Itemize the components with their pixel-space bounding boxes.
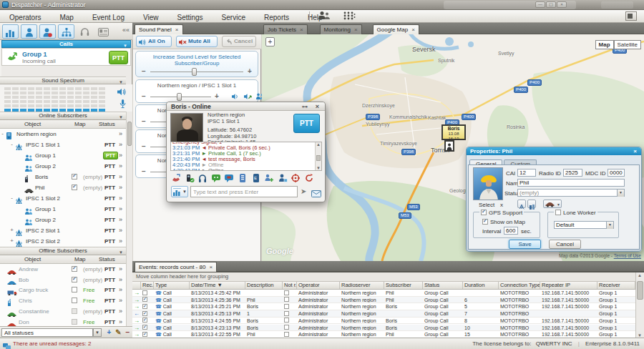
- speaker-icon[interactable]: [117, 86, 127, 99]
- column-operator[interactable]: Operator: [297, 282, 340, 289]
- record-checkbox[interactable]: [142, 325, 147, 330]
- offline-item-andrew[interactable]: Andrew(empty)PTT»: [0, 264, 126, 275]
- expand-node-icon[interactable]: +: [9, 237, 14, 244]
- volume-down-icon[interactable]: −: [142, 67, 146, 75]
- column-arrow[interactable]: [132, 282, 141, 289]
- actions-chevron-icon[interactable]: »: [119, 216, 122, 223]
- scrollbar-thumb[interactable]: [637, 281, 643, 300]
- actions-chevron-icon[interactable]: »: [119, 162, 122, 169]
- map-checkbox[interactable]: [72, 287, 77, 293]
- sidebar-scrollbar[interactable]: [126, 112, 132, 349]
- master-volume-slider[interactable]: − +: [142, 67, 253, 76]
- offline-columns-header[interactable]: ObjectMapStatus: [0, 255, 126, 264]
- pin-icon[interactable]: ⊶: [302, 104, 308, 110]
- call-log[interactable]: Emergency Signal, 13:21:03 PM ◄ Private …: [170, 142, 322, 171]
- antenna-icon[interactable]: [517, 200, 526, 208]
- close-icon[interactable]: ×: [175, 26, 179, 33]
- tab-job-tickets[interactable]: Job Tickets×: [263, 24, 308, 34]
- voice-call-icon[interactable]: [171, 173, 181, 183]
- title-bar[interactable]: Dispatcher - Administrator — ▢ ×: [0, 0, 644, 10]
- actions-chevron-icon[interactable]: »: [119, 276, 122, 283]
- column-radioserver[interactable]: Radioserver: [340, 282, 384, 289]
- not-read-checkbox[interactable]: [284, 297, 289, 302]
- scrollbar-thumb[interactable]: [127, 122, 132, 146]
- tree-item-group-2[interactable]: Group 2PTT»: [0, 161, 126, 172]
- slider-thumb[interactable]: [177, 93, 182, 101]
- column-map[interactable]: Map: [74, 121, 86, 127]
- tree-item-ipsc-1-slot-1[interactable]: -IPSC 1 Slot 1PTT»: [0, 139, 126, 150]
- ptt-button[interactable]: PTT: [104, 217, 115, 223]
- ptt-button[interactable]: PTT: [104, 319, 115, 325]
- subscriber-card-icon[interactable]: [278, 173, 288, 183]
- menu-map[interactable]: Map: [50, 11, 82, 24]
- ptt-button[interactable]: PTT: [104, 277, 115, 283]
- tree-item-phil[interactable]: Phil(empty)PTT»: [0, 182, 126, 193]
- voice-message-icon[interactable]: [211, 173, 221, 183]
- menu-settings[interactable]: Settings: [167, 11, 212, 24]
- chevron-down-icon[interactable]: ▼: [617, 190, 624, 197]
- not-read-checkbox[interactable]: [284, 332, 289, 337]
- radio-id-field[interactable]: 2525: [563, 169, 582, 177]
- scroll-up-icon[interactable]: ▲: [638, 273, 642, 277]
- log-scrollbar[interactable]: ▲ ▼: [315, 142, 321, 170]
- column-object[interactable]: Object: [24, 121, 41, 127]
- column-type[interactable]: Type: [154, 282, 190, 289]
- column-description[interactable]: Description: [245, 282, 283, 289]
- operator-icon[interactable]: [21, 24, 37, 39]
- column-date-time[interactable]: Date/Time ▼: [190, 282, 245, 289]
- column-not-r[interactable]: Not r...: [283, 282, 297, 289]
- ptt-button[interactable]: PTT: [104, 287, 115, 293]
- collapse-node-icon[interactable]: -: [0, 130, 5, 137]
- online-subscribers-header[interactable]: Online Subscribers▼: [0, 112, 126, 120]
- ptt-button[interactable]: PTT: [109, 51, 128, 64]
- menu-view[interactable]: View: [134, 11, 168, 24]
- ptt-button[interactable]: PTT: [103, 152, 118, 159]
- map-checkbox[interactable]: [72, 174, 77, 180]
- grouping-hint-bar[interactable]: Move column header here for grouping: [132, 272, 635, 282]
- restore-icon[interactable]: ▢: [546, 1, 556, 8]
- tree-item-ipsc-2-slot-2[interactable]: +IPSC 2 Slot 2PTT»: [0, 236, 126, 247]
- menu-event-log[interactable]: Event Log: [83, 11, 134, 24]
- tree-item-ipsc-1-slot-2[interactable]: -IPSC 1 Slot 2PTT»: [0, 193, 126, 204]
- calls-panel-header[interactable]: Calls▼: [1, 40, 131, 48]
- column-status[interactable]: Status: [99, 256, 115, 262]
- ptt-button[interactable]: PTT: [104, 298, 115, 304]
- headphones-icon[interactable]: [77, 24, 93, 39]
- actions-chevron-icon[interactable]: »: [119, 318, 122, 325]
- profile-select[interactable]: Default▼: [554, 221, 614, 229]
- map-checkbox[interactable]: [72, 298, 77, 303]
- column-rec[interactable]: Rec...: [141, 282, 154, 289]
- actions-chevron-icon[interactable]: »: [119, 195, 122, 202]
- column-object[interactable]: Object: [24, 256, 41, 262]
- tree-item-group-1[interactable]: Group 1PTT»: [0, 204, 126, 215]
- event-row[interactable]: →☎ Call8/13/2013 4:25:21 PMBorisAdminist…: [132, 303, 635, 310]
- statuses-filter-select[interactable]: All statuses: [1, 328, 93, 337]
- map-checkbox[interactable]: [72, 185, 77, 190]
- edit-status-icon[interactable]: ✎: [114, 328, 123, 337]
- ptt-button[interactable]: PTT: [104, 238, 115, 245]
- tab-monitoring[interactable]: Monitoring×: [320, 24, 362, 34]
- chevron-down-icon[interactable]: ▼: [182, 190, 187, 194]
- status-select[interactable]: (empty)▼: [517, 189, 625, 197]
- ptt-button[interactable]: PTT: [104, 174, 115, 180]
- radio-status-icon[interactable]: [185, 173, 195, 183]
- actions-chevron-icon[interactable]: »: [119, 286, 122, 293]
- all-on-button[interactable]: All On: [136, 36, 172, 47]
- actions-chevron-icon[interactable]: »: [119, 173, 122, 180]
- show-on-map-checkbox[interactable]: Show on Map: [482, 218, 525, 225]
- ptt-button[interactable]: PTT: [104, 308, 115, 315]
- operators-group-icon[interactable]: [315, 11, 335, 22]
- delete-status-icon[interactable]: −: [123, 328, 132, 337]
- actions-chevron-icon[interactable]: »: [119, 265, 122, 272]
- record-checkbox[interactable]: [142, 332, 147, 337]
- gps-support-checkbox[interactable]: GPS Support: [479, 209, 524, 216]
- online-columns-header[interactable]: ObjectMapStatus: [0, 120, 126, 129]
- tab-google-map[interactable]: Google Map×: [373, 24, 419, 34]
- interval-field[interactable]: 600: [504, 227, 518, 235]
- histogram-icon[interactable]: ▼: [171, 186, 188, 197]
- tree-item-group-1[interactable]: Group 1PTT»: [0, 150, 126, 161]
- ptt-button[interactable]: PTT: [104, 206, 115, 212]
- menu-service[interactable]: Service: [213, 11, 255, 24]
- tree-item-ipsc-2-slot-1[interactable]: +IPSC 2 Slot 1PTT»: [0, 225, 126, 236]
- column-repeater-ip[interactable]: Repeater IP: [540, 282, 597, 289]
